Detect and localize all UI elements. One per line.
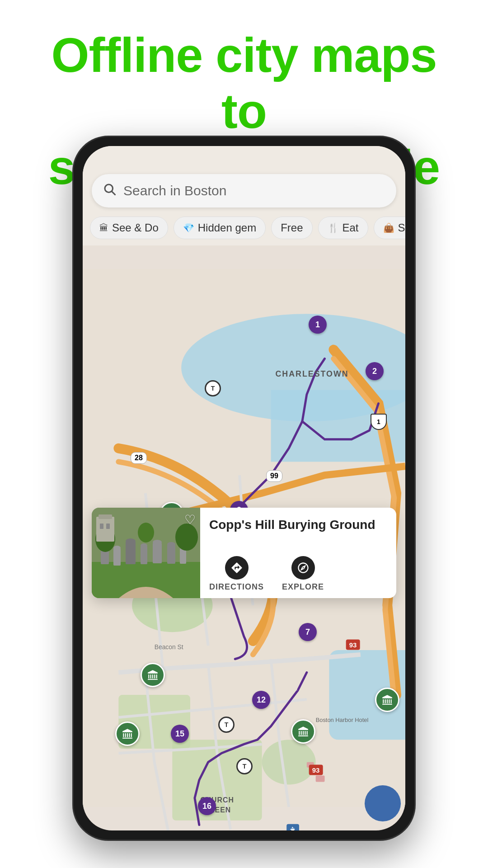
highway-shield-93: 93 — [346, 640, 360, 650]
filter-hidden-gem[interactable]: 💎 Hidden gem — [174, 217, 266, 239]
filter-free[interactable]: Free — [271, 217, 312, 239]
svg-point-9 — [262, 740, 316, 784]
see-do-icon: 🏛 — [99, 223, 108, 233]
svg-rect-28 — [141, 546, 147, 564]
favorite-button[interactable]: ♡ — [184, 512, 196, 527]
transit-marker-1: T — [205, 380, 221, 396]
filter-chips: 🏛 See & Do 💎 Hidden gem Free 🍴 Eat 👜 Sh — [83, 212, 405, 245]
svg-text:CHARLESTOWN: CHARLESTOWN — [275, 369, 348, 378]
svg-rect-24 — [113, 548, 121, 566]
filter-shop[interactable]: 👜 Sh — [374, 217, 405, 239]
svg-point-37 — [175, 524, 198, 551]
poi-card: ♡ Copp's Hill Burying Ground — [92, 508, 396, 598]
phone-frame: Search in Boston 🏛 See & Do 💎 Hidden gem… — [72, 136, 416, 841]
svg-rect-16 — [316, 776, 325, 782]
place-pin-4[interactable] — [291, 719, 315, 744]
explore-icon — [291, 556, 315, 580]
road-badge-28: 28 — [131, 452, 147, 464]
filter-see-do[interactable]: 🏛 See & Do — [90, 217, 168, 239]
free-label: Free — [281, 222, 303, 234]
svg-rect-33 — [167, 542, 175, 547]
route-marker-1: 1 — [309, 316, 327, 334]
search-bar[interactable]: Search in Boston — [92, 174, 396, 208]
eat-label: Eat — [343, 222, 359, 234]
poi-actions: DIRECTIONS EXPLORE — [209, 556, 387, 592]
svg-rect-39 — [96, 517, 114, 542]
highway-shield-93-lower: 93 — [309, 765, 323, 775]
directions-label: DIRECTIONS — [209, 582, 264, 592]
svg-rect-25 — [113, 546, 121, 550]
us-shield-1: 1 — [371, 414, 387, 430]
shop-icon: 👜 — [383, 222, 394, 233]
svg-rect-26 — [126, 542, 136, 564]
explore-label: EXPLORE — [282, 582, 324, 592]
hidden-gem-icon: 💎 — [183, 222, 194, 233]
poi-info: Copp's Hill Burying Ground DIRECTIONS — [200, 508, 396, 598]
status-bar — [83, 146, 405, 169]
place-pin-3[interactable] — [115, 722, 140, 746]
poi-image: ♡ — [92, 508, 200, 598]
directions-icon — [225, 556, 249, 580]
place-pin-2[interactable] — [141, 663, 165, 687]
svg-text:Beacon St: Beacon St — [155, 643, 183, 651]
svg-rect-27 — [126, 538, 136, 544]
route-marker-12: 12 — [252, 691, 270, 709]
poi-title: Copp's Hill Burying Ground — [209, 517, 387, 533]
route-marker-15: 15 — [171, 725, 189, 743]
search-placeholder: Search in Boston — [123, 183, 226, 198]
directions-action[interactable]: DIRECTIONS — [209, 556, 264, 592]
transit-marker-2: T — [218, 717, 235, 733]
phone-screen: Search in Boston 🏛 See & Do 💎 Hidden gem… — [83, 146, 405, 830]
search-icon — [103, 182, 116, 199]
see-do-label: See & Do — [112, 222, 159, 234]
svg-rect-42 — [106, 524, 110, 529]
svg-rect-40 — [99, 514, 112, 519]
svg-text:⛴: ⛴ — [290, 826, 296, 830]
shop-label: Sh — [398, 222, 405, 234]
explore-action[interactable]: EXPLORE — [282, 556, 324, 592]
route-marker-7: 7 — [299, 623, 317, 641]
svg-line-1 — [112, 192, 115, 195]
blue-accent-circle — [365, 785, 401, 821]
eat-icon: 🍴 — [328, 222, 339, 233]
route-marker-2: 2 — [366, 362, 384, 380]
transit-marker-3: T — [236, 758, 253, 774]
filter-eat[interactable]: 🍴 Eat — [318, 217, 368, 239]
map-area[interactable]: CHARLESTOWN CHURCH GREEN Morgan Ave Beac… — [83, 245, 405, 830]
svg-rect-32 — [167, 545, 175, 564]
svg-rect-29 — [141, 543, 147, 548]
svg-rect-41 — [100, 524, 103, 529]
hidden-gem-label: Hidden gem — [198, 222, 256, 234]
search-bar-container: Search in Boston — [83, 169, 405, 212]
svg-point-38 — [138, 523, 154, 542]
route-marker-16: 16 — [198, 797, 216, 815]
svg-rect-30 — [153, 543, 162, 563]
svg-rect-31 — [153, 540, 162, 545]
road-badge-99: 99 — [266, 470, 282, 482]
place-pin-5[interactable] — [375, 688, 399, 712]
svg-text:Boston Harbor Hotel: Boston Harbor Hotel — [316, 717, 369, 723]
